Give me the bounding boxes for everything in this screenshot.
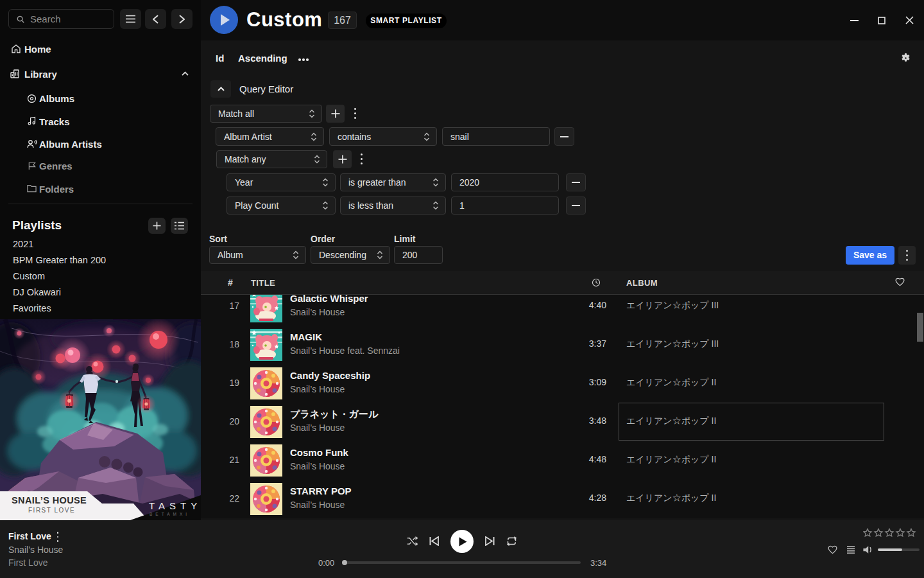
svg-text:BETAMXI: BETAMXI bbox=[150, 512, 190, 516]
svg-text:SNAIL’S HOUSE: SNAIL’S HOUSE bbox=[12, 495, 87, 505]
svg-text:FIRST LOVE: FIRST LOVE bbox=[28, 507, 75, 514]
svg-text:TASTY: TASTY bbox=[149, 500, 201, 511]
